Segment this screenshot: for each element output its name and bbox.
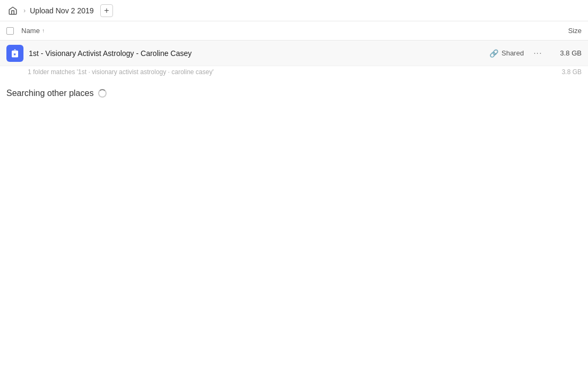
breadcrumb-separator: › — [23, 7, 26, 14]
match-line: 1 folder matches '1st · visionary activi… — [0, 66, 588, 78]
header-checkbox[interactable] — [6, 27, 14, 35]
file-type-icon — [6, 45, 23, 62]
top-bar: › Upload Nov 2 2019 + — [0, 0, 588, 21]
select-all-checkbox[interactable] — [6, 27, 21, 35]
more-options-button[interactable]: ··· — [530, 46, 545, 60]
loading-spinner — [98, 89, 107, 98]
match-size: 3.8 GB — [562, 68, 582, 76]
home-button[interactable] — [6, 4, 19, 17]
shared-label: Shared — [502, 49, 524, 57]
file-name: 1st - Visionary Activist Astrology - Car… — [29, 49, 489, 58]
searching-text: Searching other places — [6, 89, 94, 98]
searching-section: Searching other places — [0, 78, 588, 109]
add-button[interactable]: + — [100, 4, 113, 17]
breadcrumb-title: Upload Nov 2 2019 — [30, 6, 94, 15]
file-row[interactable]: 1st - Visionary Activist Astrology - Car… — [0, 41, 588, 66]
name-column-header[interactable]: Name ↑ — [21, 27, 539, 35]
sort-arrow-icon: ↑ — [42, 28, 45, 34]
size-column-header: Size — [539, 27, 582, 35]
link-icon: 🔗 — [489, 49, 498, 58]
shared-area: 🔗 Shared — [489, 49, 524, 58]
file-size: 3.8 GB — [550, 49, 582, 57]
match-text: 1 folder matches '1st · visionary activi… — [28, 68, 214, 76]
column-header: Name ↑ Size — [0, 21, 588, 41]
